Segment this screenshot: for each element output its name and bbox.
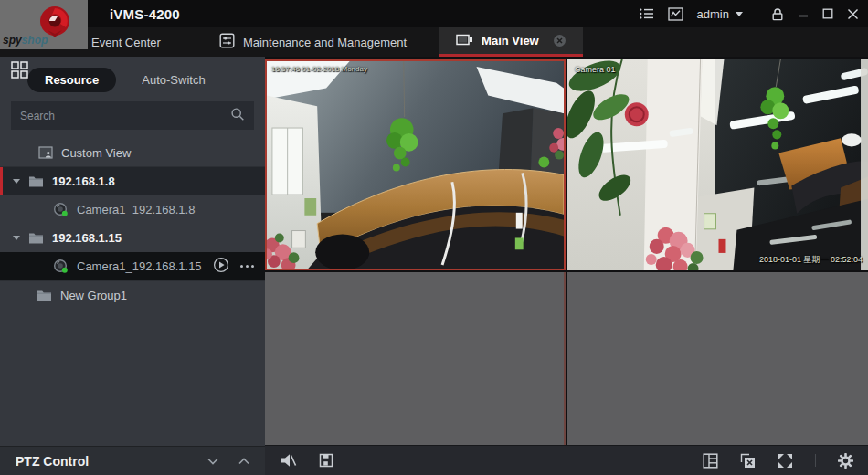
- expand-caret-icon[interactable]: [13, 179, 20, 184]
- ptz-control-panel[interactable]: PTZ Control: [0, 446, 265, 475]
- window-division-icon[interactable]: [703, 453, 718, 469]
- ptz-control-label: PTZ Control: [16, 454, 187, 469]
- task-list-icon[interactable]: [639, 7, 654, 20]
- tab-label: Main View: [482, 34, 539, 48]
- toolbar-divider: [815, 454, 816, 467]
- tab-close-icon[interactable]: [553, 34, 566, 48]
- tree-item-label: 192.168.1.8: [52, 174, 115, 188]
- main-view-icon: [456, 33, 473, 49]
- device-tree: Custom View 192.168.1.8 Camera1_192.168.…: [0, 139, 265, 309]
- tab-auto-switch[interactable]: Auto-Switch: [142, 73, 205, 87]
- camera2-feed: [567, 59, 868, 270]
- resource-sidebar: Resource Auto-Switch Custom View: [0, 57, 265, 446]
- tab-main-view[interactable]: Main View: [439, 27, 583, 57]
- osd-camera-name: Camera 01: [575, 65, 616, 74]
- video-grid: 16:57:46 01-02-2018 Monday: [265, 57, 868, 475]
- tree-item-label: Camera1_192.168.1.8: [77, 203, 195, 216]
- user-menu[interactable]: admin: [697, 7, 743, 21]
- chevron-up-icon[interactable]: [238, 458, 249, 465]
- tab-resource[interactable]: Resource: [27, 68, 116, 92]
- osd-timestamp: 2018-01-01 星期一 02:52:04: [759, 254, 863, 266]
- tree-item-custom-view[interactable]: Custom View: [0, 139, 265, 167]
- tab-maintenance-management[interactable]: Maintenance and Management: [203, 27, 423, 57]
- folder-icon: [28, 175, 44, 187]
- minimize-button[interactable]: [798, 8, 809, 19]
- watermark-text: spyshop: [3, 34, 48, 47]
- title-bar: iVMS-4200 admin: [0, 0, 868, 27]
- maximize-button[interactable]: [822, 8, 833, 19]
- titlebar-divider: [757, 7, 757, 20]
- tree-item-label: Camera1_192.168.1.15: [77, 259, 202, 273]
- video-pane-4-empty[interactable]: [567, 272, 868, 445]
- tree-camera-192-168-1-8[interactable]: Camera1_192.168.1.8: [0, 195, 265, 224]
- expand-caret-icon[interactable]: [13, 236, 20, 240]
- tree-group-192-168-1-15[interactable]: 192.168.1.15: [0, 224, 265, 252]
- tree-group-new-group1[interactable]: New Group1: [0, 280, 265, 309]
- close-button[interactable]: [847, 8, 859, 20]
- folder-icon: [28, 232, 44, 244]
- video-pane-2[interactable]: Camera 01 2018-01-01 星期一 02:52:04: [567, 59, 868, 270]
- camera-lens-icon: [53, 202, 69, 217]
- apps-grid-icon[interactable]: [11, 61, 28, 82]
- maintenance-icon: [219, 33, 235, 51]
- camera-lens-icon: [53, 259, 69, 274]
- camera1-feed: [267, 61, 564, 269]
- tree-item-label: 192.168.1.15: [52, 231, 122, 245]
- search-box: [11, 101, 254, 130]
- video-pane-3-empty[interactable]: [265, 272, 566, 445]
- user-name: admin: [697, 7, 729, 21]
- app-title: iVMS-4200: [110, 6, 180, 22]
- folder-icon: [37, 290, 52, 301]
- sidebar-tabs: Resource Auto-Switch: [0, 57, 265, 100]
- stop-all-icon[interactable]: [740, 453, 756, 469]
- system-monitor-icon[interactable]: [668, 7, 683, 21]
- selected-group-accent: [0, 167, 3, 195]
- custom-view-icon: [38, 146, 53, 159]
- tab-label: Event Center: [91, 36, 161, 49]
- tree-group-192-168-1-8[interactable]: 192.168.1.8: [0, 167, 265, 195]
- settings-gear-icon[interactable]: [838, 453, 853, 469]
- search-input[interactable]: [20, 110, 230, 122]
- tree-item-label: Custom View: [61, 146, 131, 160]
- osd-timestamp: 16:57:46 01-02-2018 Monday: [271, 65, 367, 73]
- fullscreen-icon[interactable]: [778, 453, 793, 469]
- record-save-icon[interactable]: [319, 453, 333, 468]
- ivms-window: iVMS-4200 admin: [0, 0, 868, 475]
- tree-item-label: New Group1: [60, 289, 127, 302]
- chevron-down-icon[interactable]: [207, 458, 218, 465]
- search-icon[interactable]: [230, 107, 245, 125]
- tree-camera-192-168-1-15[interactable]: Camera1_192.168.1.15: [0, 252, 265, 280]
- mute-audio-icon[interactable]: [280, 453, 297, 468]
- play-icon[interactable]: [213, 257, 229, 276]
- more-options-icon[interactable]: [240, 265, 254, 268]
- video-pane-1[interactable]: 16:57:46 01-02-2018 Monday: [265, 59, 566, 270]
- lock-icon[interactable]: [771, 7, 784, 21]
- tab-label: Maintenance and Management: [243, 36, 407, 49]
- chevron-down-icon: [736, 12, 743, 16]
- video-toolbar: [265, 445, 868, 475]
- tab-bar: Event Center Maintenance and Management …: [0, 27, 868, 57]
